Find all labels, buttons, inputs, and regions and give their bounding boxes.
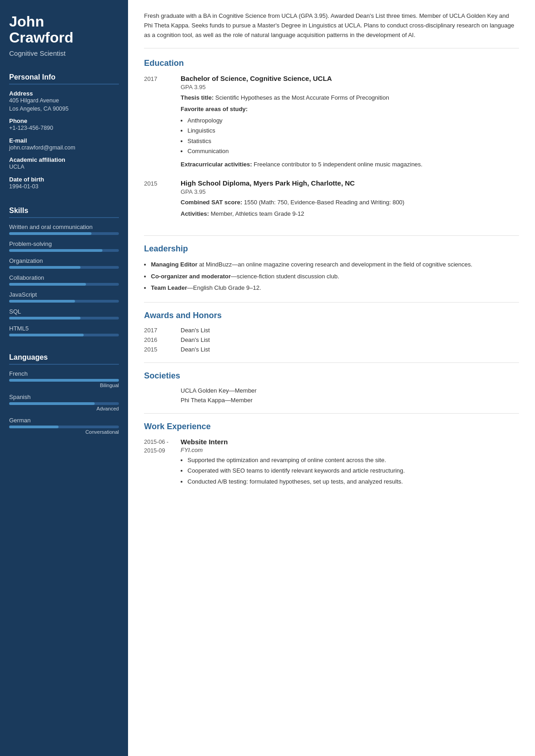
edu-year: 2017 (144, 75, 181, 171)
skill-name: Organization (9, 257, 119, 264)
sidebar: John Crawford Cognitive Scientist Person… (0, 0, 128, 756)
candidate-title: Cognitive Scientist (9, 49, 119, 57)
affiliation-value: UCLA (9, 163, 119, 171)
skill-bar-bg (9, 232, 119, 235)
affiliation-item: Academic affiliation UCLA (9, 156, 119, 171)
education-entry: 2017 Bachelor of Science, Cognitive Scie… (144, 75, 519, 171)
skill-name: Written and oral communication (9, 224, 119, 230)
languages-title: Languages (9, 353, 119, 365)
award-title: Dean's List (181, 336, 210, 343)
personal-info-title: Personal Info (9, 73, 119, 85)
skill-bar-bg (9, 334, 119, 336)
skill-item: Organization (9, 257, 119, 269)
skill-bar-bg (9, 317, 119, 319)
societies-section: Societies UCLA Golden Key—Member Phi The… (144, 371, 519, 414)
skill-bar-fill (9, 249, 102, 252)
society-indent (144, 397, 181, 404)
candidate-name: John Crawford (9, 14, 119, 46)
societies-title: Societies (144, 371, 519, 381)
skill-item: Written and oral communication (9, 224, 119, 235)
education-entries: 2017 Bachelor of Science, Cognitive Scie… (144, 75, 519, 220)
work-title: Website Intern (181, 438, 519, 446)
work-entries: 2015-06 - 2015-09 Website Intern FYI.com… (144, 438, 519, 488)
skill-bar-fill (9, 232, 91, 235)
education-entry: 2015 High School Diploma, Myers Park Hig… (144, 179, 519, 220)
award-year: 2015 (144, 346, 181, 353)
language-item: French Bilingual (9, 370, 119, 388)
resume-container: John Crawford Cognitive Scientist Person… (0, 0, 535, 756)
language-bar-fill (9, 426, 59, 428)
skill-item: HTML5 (9, 325, 119, 336)
skill-bar-fill (9, 283, 86, 286)
language-item: German Conversational (9, 417, 119, 435)
award-entry: 2017 Dean's List (144, 327, 519, 334)
email-item: E-mail john.crawford@gmail.com (9, 137, 119, 152)
work-content: Website Intern FYI.com Supported the opt… (181, 438, 519, 488)
edu-content: High School Diploma, Myers Park High, Ch… (181, 179, 519, 220)
email-label: E-mail (9, 137, 119, 144)
skill-bar-fill (9, 317, 80, 319)
address-item: Address 405 Hilgard Avenue Los Angeles, … (9, 90, 119, 113)
skill-bar-bg (9, 249, 119, 252)
edu-fav-label: Favorite areas of study: (181, 105, 519, 114)
society-indent (144, 387, 181, 394)
edu-gpa: GPA 3.95 (181, 84, 519, 91)
edu-degree: High School Diploma, Myers Park High, Ch… (181, 179, 519, 187)
edu-thesis: Thesis title: Scientific Hypotheses as t… (181, 93, 519, 102)
work-bullets: Supported the optimization and revamping… (187, 456, 519, 486)
work-bullet: Cooperated with SEO teams to identify re… (187, 466, 519, 475)
main-content: Fresh graduate with a BA in Cognitive Sc… (128, 0, 535, 756)
email-value: john.crawford@gmail.com (9, 144, 119, 152)
edu-degree: Bachelor of Science, Cognitive Science, … (181, 75, 519, 82)
languages-section: Languages French Bilingual Spanish Advan… (0, 346, 128, 445)
leadership-title: Leadership (144, 244, 519, 254)
affiliation-label: Academic affiliation (9, 156, 119, 163)
societies-entries: UCLA Golden Key—Member Phi Theta Kappa—M… (144, 387, 519, 404)
skill-bar-bg (9, 300, 119, 303)
fav-area-item: Linguistics (187, 126, 519, 136)
work-company: FYI.com (181, 447, 519, 453)
address-label: Address (9, 90, 119, 97)
education-section: Education 2017 Bachelor of Science, Cogn… (144, 59, 519, 236)
language-level: Bilingual (9, 383, 119, 388)
work-section: Work Experience 2015-06 - 2015-09 Websit… (144, 422, 519, 501)
personal-info-section: Personal Info Address 405 Hilgard Avenue… (0, 66, 128, 200)
skill-name: Collaboration (9, 274, 119, 281)
language-name: German (9, 417, 119, 424)
skill-item: SQL (9, 308, 119, 319)
language-bar-fill (9, 379, 119, 382)
skill-bar-bg (9, 283, 119, 286)
dob-label: Date of birth (9, 176, 119, 183)
language-name: French (9, 370, 119, 377)
society-name: Phi Theta Kappa—Member (181, 397, 252, 404)
address-value: 405 Hilgard Avenue Los Angeles, CA 90095 (9, 97, 119, 113)
fav-area-item: Statistics (187, 136, 519, 146)
fav-area-item: Communication (187, 146, 519, 156)
leadership-item: Managing Editor at MindBuzz—an online ma… (151, 260, 519, 269)
award-title: Dean's List (181, 327, 210, 334)
society-name: UCLA Golden Key—Member (181, 387, 257, 394)
edu-gpa: GPA 3.95 (181, 188, 519, 195)
society-entry: UCLA Golden Key—Member (144, 387, 519, 394)
dob-value: 1994-01-03 (9, 183, 119, 191)
dob-item: Date of birth 1994-01-03 (9, 176, 119, 191)
award-year: 2016 (144, 336, 181, 343)
skill-item: Collaboration (9, 274, 119, 286)
language-level: Advanced (9, 406, 119, 411)
language-item: Spanish Advanced (9, 394, 119, 411)
leadership-section: Leadership Managing Editor at MindBuzz—a… (144, 244, 519, 303)
award-entry: 2016 Dean's List (144, 336, 519, 343)
skill-item: JavaScript (9, 291, 119, 303)
leadership-item: Co-organizer and moderator—science-ficti… (151, 272, 519, 281)
award-entry: 2015 Dean's List (144, 346, 519, 353)
skills-title: Skills (9, 207, 119, 218)
language-bar-fill (9, 402, 95, 405)
skill-name: JavaScript (9, 291, 119, 298)
skill-item: Problem-solving (9, 240, 119, 252)
phone-item: Phone +1-123-456-7890 (9, 117, 119, 133)
edu-sat: Combined SAT score: 1550 (Math: 750, Evi… (181, 198, 519, 207)
phone-label: Phone (9, 117, 119, 124)
fav-area-item: Anthropology (187, 116, 519, 126)
skill-name: HTML5 (9, 325, 119, 332)
work-bullet: Supported the optimization and revamping… (187, 456, 519, 465)
